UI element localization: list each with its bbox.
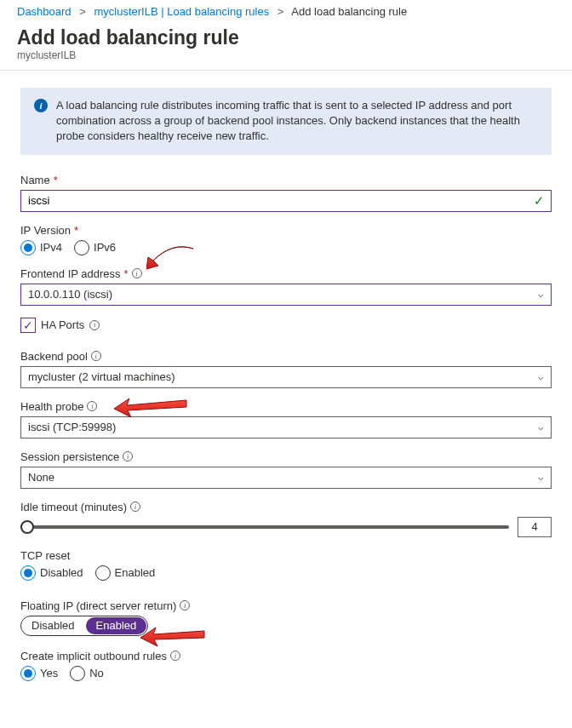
health-select[interactable]: iscsi (TCP:59998) ⌵ bbox=[20, 416, 552, 439]
radio-tcp-disabled[interactable]: Disabled bbox=[20, 565, 83, 581]
chevron-down-icon: ⌵ bbox=[538, 371, 544, 382]
idle-slider[interactable] bbox=[20, 519, 509, 536]
breadcrumb: Dashboard > myclusterILB | Load balancin… bbox=[0, 0, 572, 20]
checkmark-icon: ✓ bbox=[534, 193, 545, 209]
name-input[interactable] bbox=[20, 190, 552, 212]
toggle-enabled[interactable]: Enabled bbox=[86, 617, 147, 634]
idle-label: Idle timeout (minutes) i bbox=[20, 501, 552, 513]
info-icon[interactable]: i bbox=[170, 651, 180, 661]
info-icon: i bbox=[34, 99, 48, 112]
toggle-disabled[interactable]: Disabled bbox=[21, 616, 85, 635]
backend-select[interactable]: mycluster (2 virtual machines) ⌵ bbox=[20, 366, 552, 388]
idle-value[interactable]: 4 bbox=[518, 517, 552, 537]
outbound-label: Create implicit outbound rules i bbox=[20, 650, 552, 662]
ipversion-label: IP Version * bbox=[20, 224, 552, 237]
chevron-right-icon: > bbox=[79, 5, 86, 18]
frontend-select[interactable]: 10.0.0.110 (iscsi) ⌵ bbox=[20, 284, 552, 306]
page-title: Add load balancing rule bbox=[17, 26, 555, 49]
info-icon[interactable]: i bbox=[180, 600, 190, 610]
info-icon[interactable]: i bbox=[132, 268, 142, 278]
haports-checkbox[interactable]: ✓ bbox=[20, 318, 36, 333]
session-label: Session persistence i bbox=[20, 450, 552, 463]
chevron-down-icon: ⌵ bbox=[538, 421, 544, 433]
floating-toggle[interactable]: Disabled Enabled bbox=[20, 616, 148, 636]
radio-ipv6[interactable]: IPv6 bbox=[74, 240, 116, 255]
breadcrumb-dashboard[interactable]: Dashboard bbox=[17, 5, 72, 18]
radio-outbound-no[interactable]: No bbox=[70, 666, 104, 681]
tcpreset-label: TCP reset bbox=[20, 549, 552, 562]
info-box: i A load balancing rule distributes inco… bbox=[20, 88, 552, 155]
breadcrumb-resource[interactable]: myclusterILB | Load balancing rules bbox=[94, 5, 269, 18]
radio-ipv4[interactable]: IPv4 bbox=[20, 240, 62, 255]
name-label: Name * bbox=[20, 174, 552, 186]
floating-label: Floating IP (direct server return) i bbox=[20, 599, 552, 612]
backend-label: Backend pool i bbox=[20, 350, 552, 363]
info-icon[interactable]: i bbox=[87, 401, 97, 411]
frontend-label: Frontend IP address * i bbox=[20, 267, 552, 280]
health-label: Health probe i bbox=[20, 400, 552, 413]
radio-outbound-yes[interactable]: Yes bbox=[20, 666, 58, 681]
page-subtitle: myclusterILB bbox=[17, 49, 555, 61]
info-icon[interactable]: i bbox=[130, 502, 140, 512]
info-icon[interactable]: i bbox=[123, 451, 133, 461]
chevron-right-icon: > bbox=[277, 5, 284, 18]
haports-label: HA Ports bbox=[41, 318, 84, 331]
breadcrumb-current: Add load balancing rule bbox=[291, 5, 407, 18]
page-header: Add load balancing rule myclusterILB bbox=[0, 20, 572, 65]
session-select[interactable]: None ⌵ bbox=[20, 467, 552, 489]
info-icon[interactable]: i bbox=[89, 320, 100, 330]
info-icon[interactable]: i bbox=[91, 351, 101, 361]
chevron-down-icon: ⌵ bbox=[538, 472, 544, 483]
chevron-down-icon: ⌵ bbox=[538, 289, 544, 300]
radio-tcp-enabled[interactable]: Enabled bbox=[95, 565, 156, 581]
info-text: A load balancing rule distributes incomi… bbox=[56, 98, 538, 145]
